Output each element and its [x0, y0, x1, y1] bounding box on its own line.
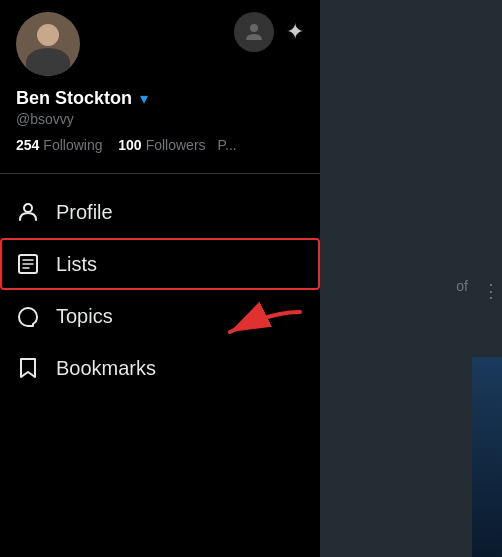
header-right-icons: ✦: [234, 12, 304, 52]
three-dots-icon[interactable]: ⋮: [482, 280, 500, 302]
bookmarks-icon: [16, 356, 40, 380]
sparkle-icon[interactable]: ✦: [286, 19, 304, 45]
drawer-header: ✦: [0, 0, 320, 84]
lists-highlight-box: [0, 238, 320, 290]
profile-label: Profile: [56, 201, 113, 224]
profile-icon: [16, 200, 40, 224]
nav-item-lists[interactable]: Lists: [0, 238, 320, 290]
followers-count: 100: [118, 137, 141, 153]
of-label: of: [456, 278, 468, 294]
user-info: Ben Stockton ▾ @bsovvy 254 Following 100…: [0, 84, 320, 161]
right-overlay[interactable]: of ⋮: [320, 0, 502, 557]
following-count: 254: [16, 137, 39, 153]
bookmarks-label: Bookmarks: [56, 357, 156, 380]
nav-item-bookmarks[interactable]: Bookmarks: [0, 342, 320, 394]
followers-label: Followers: [146, 137, 206, 153]
nav-item-topics[interactable]: Topics: [0, 290, 320, 342]
topics-label: Topics: [56, 305, 113, 328]
svg-point-0: [250, 24, 258, 32]
user-name-row: Ben Stockton ▾: [16, 88, 304, 109]
followers-stat[interactable]: 100 Followers: [118, 137, 205, 153]
stats-row: 254 Following 100 Followers P...: [16, 137, 304, 153]
drawer-panel: ✦ Ben Stockton ▾ @bsovvy 254 Following 1…: [0, 0, 320, 557]
following-stat[interactable]: 254 Following: [16, 137, 103, 153]
user-avatar[interactable]: [16, 12, 80, 76]
user-name: Ben Stockton: [16, 88, 132, 109]
more-stat-label: P...: [218, 137, 237, 153]
header-divider: [0, 173, 320, 174]
following-label: Following: [43, 137, 102, 153]
stat-spacer: [107, 137, 115, 153]
account-switcher-avatar[interactable]: [234, 12, 274, 52]
nav-menu: Profile Lists: [0, 186, 320, 394]
lists-icon: [16, 252, 40, 276]
lists-label: Lists: [56, 253, 97, 276]
user-handle: @bsovvy: [16, 111, 304, 127]
person-icon: [242, 20, 266, 44]
nav-item-profile[interactable]: Profile: [0, 186, 320, 238]
svg-point-1: [24, 204, 32, 212]
topics-icon: [16, 304, 40, 328]
chevron-down-icon[interactable]: ▾: [140, 89, 148, 108]
right-image-glimpse: [472, 357, 502, 557]
